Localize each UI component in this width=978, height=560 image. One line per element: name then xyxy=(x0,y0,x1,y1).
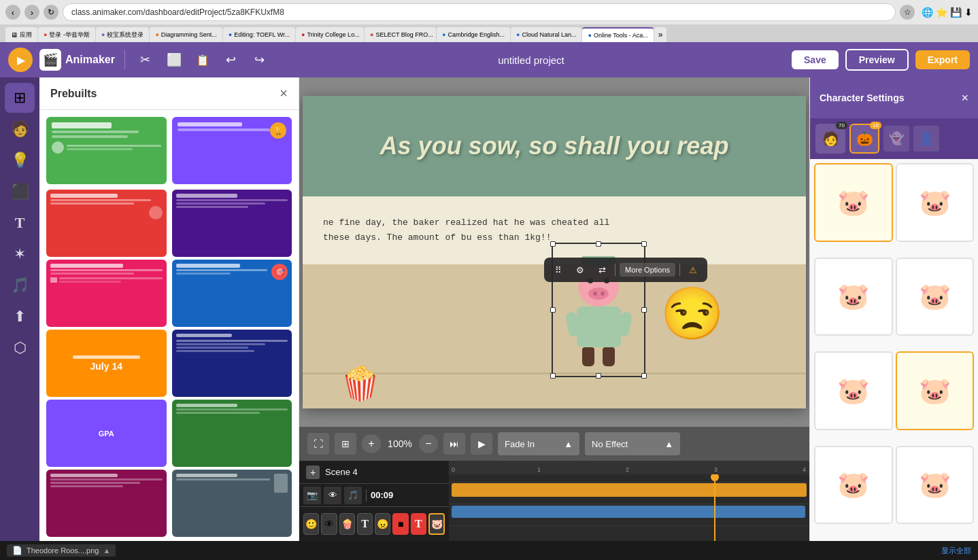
preview-button[interactable]: Preview xyxy=(845,49,909,71)
ctx-warning-button[interactable]: ⚠ xyxy=(684,261,702,279)
char-tab-ghost-2[interactable]: 👤 xyxy=(913,126,939,152)
track-icon-emoji[interactable]: 😠 xyxy=(375,513,390,535)
grid-view-button[interactable]: ⊞ xyxy=(335,433,356,455)
scene-add-button[interactable]: + xyxy=(306,466,320,479)
nav-forward-button[interactable]: › xyxy=(24,5,39,20)
sidebar-item-effects[interactable]: ✶ xyxy=(5,239,35,269)
prebuilt-item-1[interactable] xyxy=(46,117,167,184)
pose-item-7[interactable]: 🐷 xyxy=(814,446,893,525)
fullscreen-button[interactable]: ⛶ xyxy=(307,433,329,455)
pose-item-8[interactable]: 🐷 xyxy=(896,446,975,525)
browser-tab[interactable]: ●Cambridge English... xyxy=(437,27,510,42)
slide-body-text: ne fine day, the baker realized hat he w… xyxy=(323,215,609,245)
save-button[interactable]: Save xyxy=(792,50,839,69)
copy-button[interactable]: ⬜ xyxy=(163,49,185,71)
char-pose-grid: 🐷 🐷 🐷 🐷 🐷 xyxy=(810,159,978,541)
browser-tab[interactable]: ●Diagramming Sent... xyxy=(150,27,222,42)
browser-tab[interactable]: 🖥 应用 xyxy=(5,27,37,42)
timeline-camera-button[interactable]: 📷 xyxy=(303,487,321,504)
more-options-button[interactable]: More Options xyxy=(620,263,675,277)
prebuilt-item-7[interactable]: July 14 xyxy=(46,330,167,397)
sidebar-item-objects[interactable]: ⬛ xyxy=(5,177,35,207)
undo-button[interactable]: ↩ xyxy=(220,49,242,71)
sidebar-item-characters[interactable]: 🧑 xyxy=(5,114,35,144)
pose-item-3[interactable]: 🐷 xyxy=(814,258,893,336)
show-all-button[interactable]: 显示全部 xyxy=(941,546,971,556)
canvas-wrapper: As you sow, so shall you reap ne fine da… xyxy=(299,77,809,427)
nav-refresh-button[interactable]: ↻ xyxy=(44,5,58,20)
more-tabs-button[interactable]: » xyxy=(654,27,667,42)
browser-tab[interactable]: ●Trinity College Lo... xyxy=(296,27,364,42)
browser-tab[interactable]: ●登录 -华兹华斯 xyxy=(38,27,95,42)
zoom-in-button[interactable]: + xyxy=(362,434,381,453)
next-frame-button[interactable]: ⏭ xyxy=(443,433,465,455)
timeline-needle[interactable] xyxy=(714,474,715,541)
transition-chevron-icon: ▲ xyxy=(564,439,573,449)
prebuilt-item-10[interactable] xyxy=(172,400,292,467)
extension-icon-1: 🌐 xyxy=(922,7,933,18)
emoji-character[interactable]: 😒 xyxy=(660,284,724,344)
sidebar-item-text[interactable]: T xyxy=(5,208,35,238)
prebuilt-item-11[interactable] xyxy=(46,470,167,537)
sidebar-item-ideas[interactable]: 💡 xyxy=(5,145,35,175)
prebuilt-item-5[interactable] xyxy=(46,260,167,327)
prebuilt-item-12[interactable] xyxy=(172,470,292,537)
redo-button[interactable]: ↪ xyxy=(249,49,271,71)
browser-tab[interactable]: ●校宝系统登录 xyxy=(96,27,149,42)
timeline-music-button[interactable]: 🎵 xyxy=(344,487,362,504)
prebuilt-item-6[interactable]: 🎯 xyxy=(172,260,292,327)
zoom-out-button[interactable]: − xyxy=(419,434,438,453)
ctx-swap-button[interactable]: ⇄ xyxy=(593,261,611,279)
sidebar-item-background[interactable]: ⬡ xyxy=(5,333,35,363)
pose-item-5[interactable]: 🐷 xyxy=(814,351,893,430)
track-icon-pig[interactable]: 🐷 xyxy=(428,513,445,535)
sidebar-item-templates[interactable]: ⊞ xyxy=(5,83,35,113)
track-icon-eye[interactable]: 👁 xyxy=(321,513,337,535)
char-tab-ghost-1[interactable]: 👻 xyxy=(883,126,909,152)
browser-tab[interactable]: ●Cloud Natural Lan... xyxy=(511,27,581,42)
prebuilts-close-button[interactable]: × xyxy=(280,86,288,101)
char-settings-close-button[interactable]: × xyxy=(961,91,968,105)
scene-label-text: Scene 4 xyxy=(325,467,358,477)
sidebar-item-upload[interactable]: ⬆ xyxy=(5,302,35,332)
pose-item-1[interactable]: 🐷 xyxy=(814,163,893,242)
sidebar-item-audio[interactable]: 🎵 xyxy=(5,270,35,300)
url-bar[interactable]: class.animaker.com/dashboard/editProject… xyxy=(63,3,896,21)
prebuilts-header: Prebuilts × xyxy=(39,77,299,110)
track-icon-text[interactable]: T xyxy=(357,513,373,535)
pose-item-4[interactable]: 🐷 xyxy=(896,258,975,336)
pose-item-6[interactable]: 🐷 Shocking front view xyxy=(896,351,975,430)
bookmark-button[interactable]: ☆ xyxy=(900,5,915,20)
timeline-left-panel: + Scene 4 📷 👁 🎵 00:09 🙂 👁 🍿 xyxy=(299,461,449,541)
track-icon-food[interactable]: 🍿 xyxy=(339,513,355,535)
pose-item-2[interactable]: 🐷 xyxy=(896,163,975,242)
cut-button[interactable]: ✂ xyxy=(135,49,156,71)
nav-back-button[interactable]: ‹ xyxy=(5,5,20,20)
prebuilt-item-3[interactable] xyxy=(46,190,167,257)
paste-button[interactable]: 📋 xyxy=(192,49,214,71)
char-tab-2[interactable]: 🎃 18 xyxy=(849,124,879,154)
browser-tab-active[interactable]: ●Online Tools - Aca... xyxy=(582,27,653,42)
char-settings-panel: Character Settings × 🧑 70 🎃 18 👻 👤 xyxy=(809,77,978,541)
track-icon-red[interactable]: ■ xyxy=(392,513,408,535)
effect-dropdown[interactable]: No Effect ▲ xyxy=(585,432,680,455)
prebuilt-item-4[interactable] xyxy=(172,190,292,257)
canvas-slide[interactable]: As you sow, so shall you reap ne fine da… xyxy=(303,96,806,408)
prebuilt-item-2[interactable]: 🏆 xyxy=(172,117,292,184)
ctx-grid-button[interactable]: ⠿ xyxy=(550,261,567,279)
ctx-settings-button[interactable]: ⚙ xyxy=(571,261,589,279)
file-status-pill[interactable]: 📄 Theodore Roos....png ▲ xyxy=(7,544,116,557)
transition-dropdown[interactable]: Fade In ▲ xyxy=(498,432,579,455)
track-icon-face[interactable]: 🙂 xyxy=(303,513,319,535)
browser-tab[interactable]: ●Editing: TOEFL Wr... xyxy=(223,27,295,42)
timeline-eye-button[interactable]: 👁 xyxy=(324,487,341,504)
track-icon-text2[interactable]: T xyxy=(411,513,426,535)
export-button[interactable]: Export xyxy=(915,50,970,69)
play-button-toolbar[interactable]: ▶ xyxy=(8,48,33,72)
browser-tab[interactable]: ●SELECT Blog FRO... xyxy=(365,27,436,42)
prebuilt-item-8[interactable] xyxy=(172,330,292,397)
play-button[interactable]: ▶ xyxy=(471,433,492,455)
char-tab-1[interactable]: 🧑 70 xyxy=(815,124,845,154)
prebuilt-item-9[interactable]: GPA xyxy=(46,400,167,467)
time-display: 00:09 xyxy=(371,490,393,500)
